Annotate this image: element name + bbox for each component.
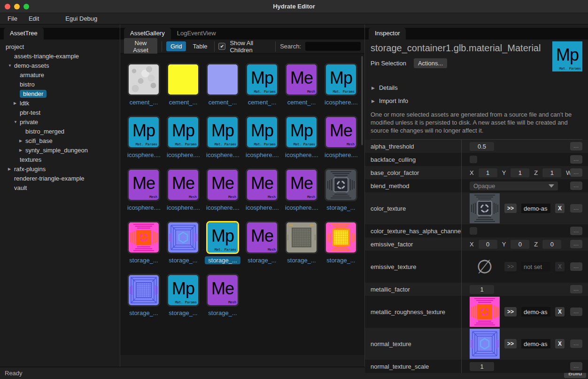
menu-edit[interactable]: Edit [26, 14, 42, 23]
search-input[interactable] [305, 42, 361, 51]
drag-value-field[interactable]: 1 [470, 285, 494, 294]
gallery-tile[interactable]: MeMeshicosphere.... [124, 168, 163, 212]
clear-reference-button[interactable]: X [555, 339, 565, 348]
clear-reference-button[interactable]: X [555, 204, 565, 213]
more-options-button[interactable]: ... [570, 227, 582, 235]
more-options-button[interactable]: ... [570, 285, 582, 293]
gallery-tile[interactable]: storage_... [124, 274, 163, 317]
more-options-button[interactable]: ... [570, 362, 582, 371]
tile-frame[interactable] [127, 221, 160, 254]
chevron-right-icon[interactable]: ▶ [8, 167, 14, 171]
tile-frame[interactable]: MpMat. Params [246, 63, 279, 96]
tile-frame[interactable] [325, 221, 357, 254]
tree-item-rafx-plugins[interactable]: ▶rafx-plugins [0, 164, 120, 174]
tile-frame[interactable]: MeMesh [246, 168, 279, 201]
table-view-button[interactable]: Table [190, 41, 209, 51]
goto-asset-button[interactable]: >> [504, 204, 517, 213]
tree-item-demo-assets[interactable]: ▼demo-assets [0, 61, 120, 70]
grid-view-button[interactable]: Grid [166, 41, 186, 51]
menu-file[interactable]: File [5, 14, 20, 23]
menu-egui-debug[interactable]: Egui Debug [62, 14, 100, 23]
tile-frame[interactable]: MeMesh [285, 168, 318, 201]
tile-frame[interactable] [167, 63, 200, 96]
show-all-children-checkbox[interactable]: ✔ [218, 43, 225, 50]
gallery-tile[interactable]: cement_... [163, 63, 203, 106]
gallery-tile[interactable]: MpMat. Paramsicosphere.... [163, 116, 203, 159]
clear-reference-button[interactable]: X [555, 307, 565, 316]
gallery-tile[interactable]: MeMeshstorage_... [242, 221, 282, 264]
tree-item-assets-triangle-example[interactable]: assets-triangle-example [0, 51, 120, 61]
minimize-window-icon[interactable] [14, 4, 20, 9]
more-options-button[interactable]: ... [570, 168, 582, 177]
pin-selection-button[interactable]: Pin Selection [371, 60, 406, 67]
tree-item-textures[interactable]: textures [0, 155, 120, 164]
gallery-tile[interactable]: MeMeshcement_... [282, 63, 321, 106]
close-window-icon[interactable] [5, 4, 10, 9]
tile-frame[interactable]: MeMesh [285, 63, 318, 96]
drag-value-field[interactable]: 1 [470, 362, 494, 371]
tree-item-pbr-test[interactable]: pbr-test [0, 108, 120, 117]
tree-item-project[interactable]: project [0, 42, 120, 51]
chevron-right-icon[interactable]: ▶ [19, 148, 25, 152]
tree-item-synty_simple_dungeon[interactable]: ▶synty_simple_dungeon [0, 145, 120, 155]
gallery-tile[interactable]: cement_... [124, 63, 163, 106]
tile-frame[interactable]: MpMat. Params [246, 116, 279, 149]
tree-item-armature[interactable]: armature [0, 70, 120, 79]
tree-item-vault[interactable]: vault [0, 183, 120, 192]
checkbox[interactable] [470, 156, 477, 163]
more-options-button[interactable]: ... [570, 240, 582, 248]
gallery-tile[interactable]: MpMat. Paramsstorage_... [163, 274, 203, 317]
tile-frame[interactable]: MeMesh [206, 274, 239, 307]
drag-value-field-x[interactable]: 0 [479, 240, 497, 249]
tile-frame[interactable] [167, 221, 200, 254]
asset-reference-field[interactable]: not set [521, 262, 550, 271]
tile-frame[interactable]: MeMesh [246, 221, 279, 254]
tree-item-scifi_base[interactable]: ▶scifi_base [0, 136, 120, 145]
more-options-button[interactable]: ... [570, 308, 582, 316]
tile-frame[interactable]: MpMat. Params [206, 116, 239, 149]
gallery-tile[interactable]: MpMat. Paramsicosphere.... [321, 63, 361, 106]
tree-item-private[interactable]: ▼private [0, 117, 120, 126]
tree-item-renderer-triangle-example[interactable]: renderer-triangle-example [0, 174, 120, 183]
dropdown[interactable]: Opaque [470, 182, 558, 190]
gallery-tile[interactable]: storage_... [321, 221, 361, 264]
tile-frame[interactable] [285, 221, 318, 254]
gallery-tile[interactable]: cement_... [203, 63, 242, 106]
gallery-tile[interactable]: MpMat. Paramsicosphere.... [242, 116, 282, 159]
gallery-tile[interactable]: MeMeshicosphere.... [321, 116, 361, 159]
more-options-button[interactable]: ... [570, 204, 582, 213]
more-options-button[interactable]: ... [570, 182, 582, 190]
more-options-button[interactable]: ... [570, 142, 582, 150]
chevron-down-icon[interactable]: ▼ [8, 63, 14, 68]
gallery-scrollbar[interactable] [361, 56, 363, 145]
gallery-tile[interactable]: MeMeshicosphere.... [242, 168, 282, 212]
gallery-tile[interactable]: MpMat. Paramsicosphere.... [203, 116, 242, 159]
tile-frame[interactable] [127, 274, 160, 307]
tile-frame[interactable]: MeMesh [167, 168, 200, 201]
gallery-tile[interactable]: storage_... [124, 221, 163, 264]
asset-reference-field[interactable]: demo-as [521, 307, 550, 316]
tab-log-event-view[interactable]: LogEventView [171, 28, 222, 39]
tile-frame[interactable]: MeMesh [206, 168, 239, 201]
more-options-button[interactable]: ... [570, 155, 582, 164]
gallery-tile[interactable]: MpMat. Paramscement_... [242, 63, 282, 106]
gallery-tile[interactable]: MpMat. Paramsicosphere.... [124, 116, 163, 159]
details-section-header[interactable]: ▶ Details [371, 84, 588, 91]
tree-item-bistro[interactable]: bistro [0, 79, 120, 89]
tile-frame[interactable]: MpMat. Params [127, 116, 160, 149]
gallery-tile[interactable]: MeMeshicosphere.... [282, 168, 321, 212]
gallery-tile[interactable]: MeMeshicosphere.... [163, 168, 203, 212]
more-options-button[interactable]: ... [570, 262, 582, 271]
gallery-tile[interactable]: storage_... [282, 221, 321, 264]
tab-inspector[interactable]: Inspector [369, 28, 406, 39]
tree-item-ldtk[interactable]: ▶ldtk [0, 98, 120, 108]
gallery-tile[interactable]: storage_... [321, 168, 361, 212]
gallery-tile[interactable]: storage_... [163, 221, 203, 264]
drag-value-field[interactable]: 0.5 [470, 142, 494, 151]
chevron-right-icon[interactable]: ▶ [19, 139, 25, 143]
drag-value-field-z[interactable]: 0 [542, 240, 561, 249]
drag-value-field-z[interactable]: 1 [542, 168, 561, 177]
tile-frame[interactable] [325, 168, 357, 201]
gallery-tile[interactable]: MeMeshicosphere.... [203, 168, 242, 212]
tile-frame[interactable]: MpMat. Params [167, 116, 200, 149]
